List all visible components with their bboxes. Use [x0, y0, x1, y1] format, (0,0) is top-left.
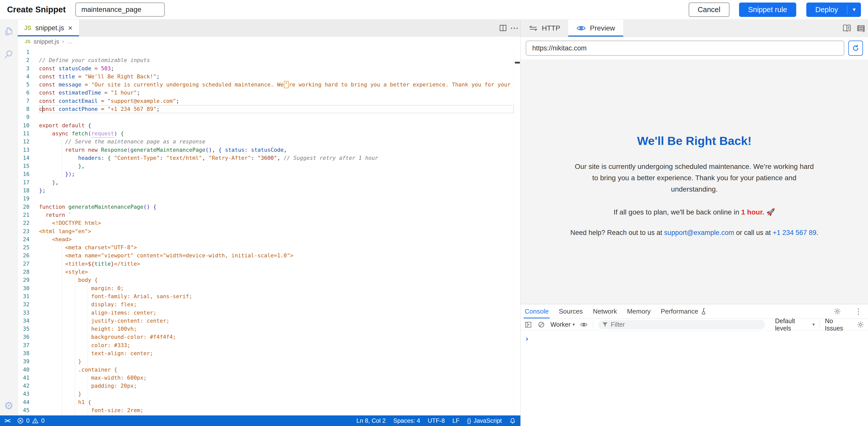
- encoding-setting[interactable]: UTF-8: [428, 417, 445, 424]
- console-output[interactable]: ›: [521, 331, 868, 426]
- files-icon[interactable]: [4, 26, 14, 36]
- issues-counter[interactable]: No Issues: [825, 317, 851, 332]
- line-content: <meta charset="UTF-8">: [39, 244, 514, 252]
- code-line[interactable]: 30 margin: 0;: [18, 284, 514, 292]
- code-line[interactable]: 16 });: [18, 170, 514, 178]
- cursor-position[interactable]: Ln 8, Col 2: [356, 417, 385, 424]
- code-line[interactable]: 40 .container {: [18, 366, 514, 374]
- code-line[interactable]: 27 <title>${title}</title>: [18, 260, 514, 268]
- code-line[interactable]: 1: [18, 48, 514, 56]
- live-expression-eye-icon[interactable]: [580, 322, 588, 328]
- code-line[interactable]: 37 color: #333;: [18, 341, 514, 349]
- code-line[interactable]: 24 <head>: [18, 235, 514, 244]
- cancel-button[interactable]: Cancel: [689, 2, 730, 17]
- code-line[interactable]: 20function generateMaintenancePage() {: [18, 203, 514, 211]
- docs-book-icon[interactable]: [840, 20, 854, 36]
- line-number: 44: [18, 398, 39, 406]
- problems-indicator[interactable]: 0 0: [17, 417, 44, 424]
- code-line[interactable]: 42 padding: 20px;: [18, 382, 514, 390]
- log-levels-selector[interactable]: Default levels▾: [775, 317, 815, 332]
- code-line[interactable]: 18};: [18, 187, 514, 195]
- refresh-button[interactable]: [848, 40, 863, 56]
- code-line[interactable]: 34 justify-content: center;: [18, 317, 514, 325]
- code-line[interactable]: 3const statusCode = 503;: [18, 64, 514, 73]
- code-line[interactable]: 45 font-size: 2rem;: [18, 406, 514, 415]
- code-line[interactable]: 29 body {: [18, 276, 514, 284]
- breadcrumb-more: …: [67, 38, 72, 45]
- split-editor-icon[interactable]: [497, 20, 509, 36]
- support-email-link[interactable]: support@example.com: [664, 229, 734, 236]
- tab-network[interactable]: Network: [593, 304, 617, 318]
- devtools-menu-dots-icon[interactable]: ⋮: [853, 304, 864, 318]
- url-input[interactable]: [526, 40, 844, 56]
- console-sidebar-icon[interactable]: [524, 321, 532, 328]
- code-line[interactable]: 8const contactPhone = "+1 234 567 89";: [18, 105, 514, 113]
- tab-memory[interactable]: Memory: [627, 304, 651, 318]
- settings-gear-icon[interactable]: ⚙: [4, 401, 14, 411]
- discord-chat-icon[interactable]: [854, 20, 868, 36]
- code-line[interactable]: 11 async fetch(request) {: [18, 130, 514, 138]
- tab-sources[interactable]: Sources: [559, 304, 583, 318]
- close-tab-icon[interactable]: ×: [68, 24, 72, 32]
- console-filter[interactable]: [598, 320, 765, 329]
- code-line[interactable]: 21 return `: [18, 211, 514, 219]
- code-line[interactable]: 12 // Serve the maintenance page as a re…: [18, 138, 514, 146]
- filter-input[interactable]: [611, 321, 752, 328]
- code-line[interactable]: 33 align-items: center;: [18, 309, 514, 317]
- tab-preview[interactable]: Preview: [568, 20, 623, 36]
- code-line[interactable]: 44 h1 {: [18, 398, 514, 406]
- console-prompt[interactable]: ›: [526, 334, 528, 343]
- code-line[interactable]: 14 headers: { "Content-Type": "text/html…: [18, 154, 514, 162]
- eol-setting[interactable]: LF: [453, 417, 460, 424]
- code-line[interactable]: 4const title = "We'll Be Right Back!";: [18, 73, 514, 81]
- code-line[interactable]: 22 <!DOCTYPE html>: [18, 219, 514, 227]
- devtools-settings-gear-icon[interactable]: [832, 304, 843, 318]
- code-line[interactable]: 35 height: 100vh;: [18, 325, 514, 333]
- code-line[interactable]: 19: [18, 195, 514, 203]
- line-content: const message = "Our site is currently u…: [39, 81, 514, 89]
- code-line[interactable]: 13 return new Response(generateMaintenan…: [18, 146, 514, 154]
- tab-http[interactable]: HTTP: [521, 20, 568, 36]
- snippet-name-input[interactable]: [75, 2, 165, 17]
- code-line[interactable]: 32 display: flex;: [18, 301, 514, 309]
- console-settings-gear-icon[interactable]: [857, 321, 865, 328]
- snippet-rule-button[interactable]: Snippet rule: [739, 2, 796, 17]
- line-content: [39, 48, 514, 56]
- code-line[interactable]: 2// Define your customizable inputs: [18, 56, 514, 64]
- code-line[interactable]: 7const contactEmail = "support@example.c…: [18, 97, 514, 105]
- search-icon[interactable]: [4, 49, 14, 59]
- clear-console-icon[interactable]: [537, 321, 545, 328]
- code-line[interactable]: 43 }: [18, 390, 514, 398]
- tab-performance[interactable]: Performance: [661, 304, 706, 318]
- breadcrumb[interactable]: JS snippet.js › …: [18, 36, 520, 47]
- indentation-setting[interactable]: Spaces: 4: [393, 417, 420, 424]
- code-line[interactable]: 25 <meta charset="UTF-8">: [18, 244, 514, 252]
- tab-snippet-js[interactable]: JS snippet.js ×: [18, 20, 79, 36]
- code-line[interactable]: 5const message = "Our site is currently …: [18, 81, 514, 89]
- deploy-dropdown-button[interactable]: ▾: [847, 2, 861, 17]
- code-editor[interactable]: 12// Define your customizable inputs3con…: [18, 47, 520, 416]
- code-line[interactable]: 26 <meta name="viewport" content="width=…: [18, 252, 514, 260]
- code-line[interactable]: 31 font-family: Arial, sans-serif;: [18, 292, 514, 301]
- code-line[interactable]: 36 background-color: #f4f4f4;: [18, 333, 514, 341]
- code-line[interactable]: 39 }: [18, 358, 514, 366]
- code-line[interactable]: 38 text-align: center;: [18, 349, 514, 358]
- remote-indicator[interactable]: ><: [4, 417, 9, 424]
- code-line[interactable]: 15 },: [18, 162, 514, 170]
- code-line[interactable]: 41 max-width: 600px;: [18, 374, 514, 382]
- code-line[interactable]: 6const estimatedTime = "1 hour";: [18, 89, 514, 97]
- deploy-button[interactable]: Deploy: [806, 2, 847, 17]
- code-line[interactable]: 17 },: [18, 178, 514, 187]
- language-mode[interactable]: {} JavaScript: [467, 417, 502, 424]
- context-selector[interactable]: Worker▾: [550, 321, 575, 328]
- more-actions-icon[interactable]: ⋯: [509, 20, 520, 36]
- code-line[interactable]: 46 color: #0056b3;: [18, 415, 514, 416]
- editor-scrollbar[interactable]: [514, 47, 520, 416]
- phone-link[interactable]: +1 234 567 89: [773, 229, 816, 236]
- tab-console[interactable]: Console: [525, 304, 549, 318]
- code-line[interactable]: 23<html lang="en">: [18, 227, 514, 235]
- notifications-bell-icon[interactable]: [509, 418, 516, 424]
- code-line[interactable]: 9: [18, 113, 514, 121]
- code-line[interactable]: 28 <style>: [18, 268, 514, 276]
- code-line[interactable]: 10export default {: [18, 121, 514, 130]
